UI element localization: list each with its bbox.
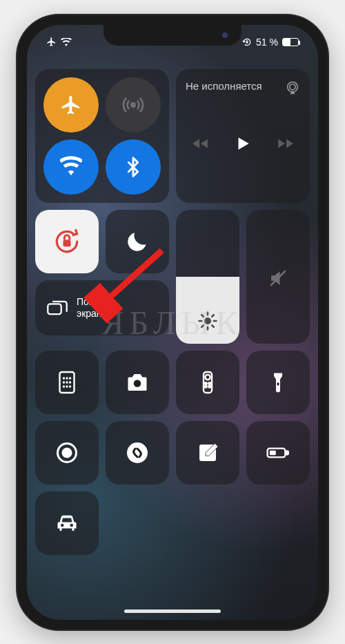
airplane-status-icon xyxy=(46,37,57,47)
svg-rect-4 xyxy=(63,240,71,246)
flashlight-icon xyxy=(266,370,290,395)
home-indicator[interactable] xyxy=(124,609,221,613)
svg-point-20 xyxy=(205,374,210,379)
orientation-lock-icon xyxy=(52,226,82,257)
svg-point-10 xyxy=(66,377,68,379)
svg-point-12 xyxy=(63,381,65,383)
bluetooth-toggle[interactable] xyxy=(106,139,161,195)
previous-track-button[interactable] xyxy=(191,135,209,153)
notch xyxy=(103,25,241,46)
brightness-icon xyxy=(197,311,218,331)
svg-point-17 xyxy=(69,385,71,387)
battery-percent: 51 % xyxy=(256,37,278,48)
svg-point-16 xyxy=(66,385,68,387)
svg-point-6 xyxy=(204,318,211,324)
next-track-button[interactable] xyxy=(277,135,295,153)
wifi-icon xyxy=(60,156,82,178)
airplane-icon xyxy=(60,94,82,116)
app-shortcuts xyxy=(35,351,310,555)
low-power-mode-button[interactable] xyxy=(246,421,310,485)
phone-frame: 51 % xyxy=(17,15,328,630)
cellular-data-toggle[interactable] xyxy=(106,77,161,133)
svg-point-28 xyxy=(127,442,148,463)
battery-icon xyxy=(266,440,290,465)
apple-tv-remote-button[interactable] xyxy=(176,351,239,414)
svg-rect-5 xyxy=(48,304,61,314)
wifi-toggle[interactable] xyxy=(43,139,99,195)
notes-icon xyxy=(195,440,220,465)
svg-point-22 xyxy=(208,382,210,384)
svg-point-2 xyxy=(288,81,298,92)
orientation-lock-toggle[interactable] xyxy=(35,210,99,273)
screen-record-button[interactable] xyxy=(35,421,99,485)
driving-mode-button[interactable] xyxy=(35,491,99,555)
wifi-status-icon xyxy=(61,38,72,46)
play-button[interactable] xyxy=(234,135,252,153)
svg-point-14 xyxy=(69,381,71,383)
svg-point-1 xyxy=(131,103,135,106)
notes-button[interactable] xyxy=(176,421,239,485)
svg-point-24 xyxy=(208,385,210,387)
orientation-lock-status-icon xyxy=(242,37,252,47)
svg-point-18 xyxy=(134,380,141,387)
flashlight-button[interactable] xyxy=(246,351,310,414)
battery-icon xyxy=(282,38,299,46)
calculator-icon xyxy=(55,370,79,395)
airplane-mode-toggle[interactable] xyxy=(43,77,99,133)
camera-button[interactable] xyxy=(106,351,169,414)
svg-rect-32 xyxy=(270,450,276,454)
svg-point-15 xyxy=(63,385,65,387)
svg-point-11 xyxy=(69,377,71,379)
svg-point-9 xyxy=(63,377,65,379)
volume-mute-icon xyxy=(268,268,288,289)
remote-icon xyxy=(195,370,220,395)
airplay-icon[interactable] xyxy=(285,80,300,95)
shazam-icon xyxy=(125,440,150,465)
svg-rect-0 xyxy=(246,41,248,43)
svg-point-27 xyxy=(63,449,71,457)
svg-rect-31 xyxy=(286,451,288,454)
car-icon xyxy=(55,511,79,536)
volume-slider[interactable] xyxy=(246,210,310,344)
bluetooth-icon xyxy=(122,156,144,178)
media-controls[interactable]: Не исполняется xyxy=(176,69,310,203)
media-title: Не исполняется xyxy=(186,80,262,92)
svg-point-21 xyxy=(205,382,207,384)
calculator-button[interactable] xyxy=(35,351,99,414)
connectivity-group[interactable] xyxy=(35,69,169,203)
screen-mirror-icon xyxy=(46,298,68,318)
screen-record-icon xyxy=(55,440,79,465)
shazam-button[interactable] xyxy=(106,421,169,485)
svg-rect-25 xyxy=(277,382,279,386)
svg-point-13 xyxy=(66,381,68,383)
brightness-slider[interactable] xyxy=(176,210,239,344)
screen: 51 % xyxy=(27,25,318,620)
camera-icon xyxy=(125,370,150,395)
svg-point-23 xyxy=(205,385,207,387)
svg-point-3 xyxy=(290,84,295,89)
control-center: Не исполняется xyxy=(27,25,318,620)
cellular-icon xyxy=(122,94,144,116)
